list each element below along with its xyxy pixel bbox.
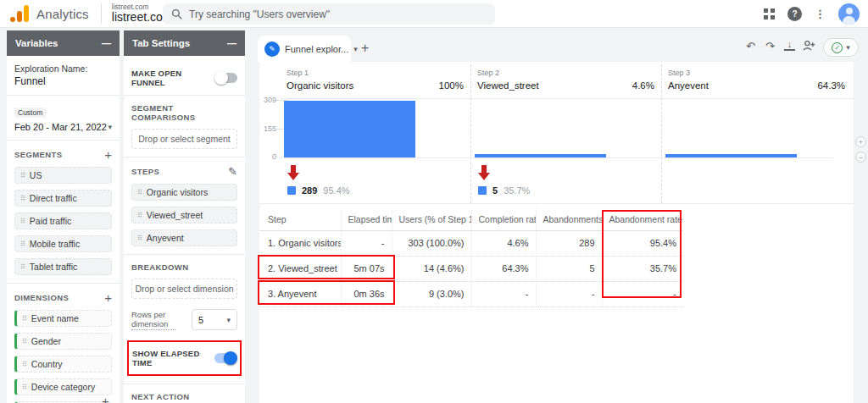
search-input[interactable]	[189, 8, 469, 20]
tab-settings-panel: Tab Settings — MAKE OPEN FUNNEL SEGMENT …	[124, 30, 245, 403]
legend-swatch	[287, 186, 296, 195]
step-item[interactable]: ⠿Organic visitors	[131, 184, 237, 201]
analytics-app: Analytics listreet.com listreet.com ? ⋮ …	[0, 0, 868, 403]
more-options-icon[interactable]: ⋮	[815, 8, 826, 20]
search-bar[interactable]	[163, 3, 495, 25]
drag-handle-icon: ⠿	[137, 189, 142, 196]
funnel-step-header: Step 2 Viewed_street4.6%	[470, 65, 661, 97]
drag-handle-icon: ⠿	[22, 338, 27, 345]
col-completion-rate[interactable]: Completion rate	[471, 208, 536, 230]
avatar[interactable]	[838, 3, 860, 25]
x-axis-line	[280, 157, 833, 158]
step-item[interactable]: ⠿Viewed_street	[131, 207, 237, 224]
y-tick: 155	[259, 124, 276, 133]
dimensions-title: DIMENSIONS	[14, 293, 69, 302]
variables-panel: Variables — Exploration Name: Funnel Cus…	[7, 30, 120, 403]
help-icon[interactable]: ?	[787, 7, 802, 21]
funnel-exploration-canvas: Step 1 Organic visitors100% Step 2 Viewe…	[259, 62, 854, 403]
account-switcher[interactable]: listreet.com listreet.com	[101, 3, 173, 24]
tab-label: Funnel explor...	[285, 44, 348, 54]
col-users[interactable]: Users (% of Step 1)	[392, 208, 471, 230]
add-metric-icon[interactable]: +	[102, 394, 109, 403]
dimension-item[interactable]: ⠿Event name	[14, 310, 112, 327]
segment-item[interactable]: ⠿US	[14, 167, 112, 184]
download-icon[interactable]: ↓	[784, 40, 795, 51]
drag-handle-icon: ⠿	[137, 235, 142, 242]
minimize-icon[interactable]: —	[102, 38, 111, 48]
dimension-item[interactable]: ⠿Gender	[14, 333, 112, 350]
legend-swatch	[478, 186, 487, 195]
status-ok-button[interactable]: ✓ ▾	[823, 38, 859, 57]
show-elapsed-time-label: SHOW ELAPSED TIME	[132, 349, 214, 367]
redo-icon[interactable]: ↷	[765, 40, 775, 52]
segment-item[interactable]: ⠿Tablet traffic	[14, 258, 112, 275]
col-step[interactable]: Step	[259, 208, 341, 230]
zoom-out-button[interactable]: −	[855, 152, 866, 163]
chevron-down-icon: ▾	[846, 43, 850, 52]
table-header-row: Step Elapsed time Users (% of Step 1) Co…	[259, 208, 683, 230]
analytics-logo-icon[interactable]	[10, 5, 29, 22]
rows-per-dimension-label: Rows per dimension	[131, 310, 175, 330]
column-divider	[661, 64, 662, 203]
make-open-funnel-toggle[interactable]	[215, 73, 237, 83]
funnel-step-header: Step 3 Anyevent64.3%	[661, 65, 852, 97]
make-open-funnel-label: MAKE OPEN FUNNEL	[131, 69, 215, 87]
date-range-picker[interactable]: Feb 20 - Mar 21, 2022 ▾	[14, 122, 112, 132]
step-item[interactable]: ⠿Anyevent	[131, 229, 237, 246]
segment-item[interactable]: ⠿Direct traffic	[14, 190, 112, 207]
share-users-icon[interactable]	[802, 40, 815, 51]
chevron-down-icon: ▾	[226, 316, 231, 324]
chevron-down-icon: ▾	[353, 45, 358, 53]
y-tick: 0	[259, 152, 276, 161]
drag-handle-icon: ⠿	[22, 315, 27, 323]
date-custom-badge: Custom	[14, 108, 46, 118]
variables-panel-title: Variables	[15, 38, 58, 48]
logo-dot	[10, 17, 15, 22]
add-dimension-icon[interactable]: +	[104, 291, 112, 304]
chevron-down-icon: ▾	[108, 123, 112, 131]
table-row[interactable]: 3. Anyevent0m 36s9 (3.0%)---	[259, 281, 683, 306]
abandonment-legend: 289 95.4%	[287, 185, 350, 196]
show-elapsed-time-toggle[interactable]	[214, 353, 236, 363]
y-tick: 309	[259, 96, 276, 104]
undo-icon[interactable]: ↶	[746, 40, 755, 52]
drag-handle-icon: ⠿	[20, 218, 25, 225]
col-abandonments[interactable]: Abandonments	[536, 208, 602, 230]
drag-handle-icon: ⠿	[137, 212, 142, 219]
segment-drop-zone[interactable]: Drop or select segment	[131, 129, 237, 149]
app-name: Analytics	[36, 7, 89, 21]
tab-pencil-icon: ✎	[264, 41, 280, 57]
funnel-bar-anyevent[interactable]	[665, 154, 797, 157]
funnel-bar-organic-visitors[interactable]	[284, 101, 415, 157]
segment-item[interactable]: ⠿Paid traffic	[14, 213, 112, 229]
dimension-item[interactable]: ⠿Country	[14, 356, 112, 373]
table-row[interactable]: 1. Organic visitors-303 (100.0%)4.6%2899…	[259, 230, 683, 256]
abandonment-arrow-icon	[478, 165, 490, 180]
col-abandonment-rate[interactable]: Abandonment rate	[602, 208, 683, 230]
minimize-icon[interactable]: —	[227, 38, 236, 48]
edit-steps-icon[interactable]: ✎	[228, 165, 237, 178]
segment-comparisons-title: SEGMENT COMPARISONS	[131, 103, 237, 122]
rows-per-dimension-select[interactable]: 5 ▾	[192, 309, 237, 330]
col-elapsed-time[interactable]: Elapsed time	[341, 208, 392, 230]
exploration-name-value[interactable]: Funnel	[14, 75, 112, 87]
top-bar: Analytics listreet.com listreet.com ? ⋮	[0, 0, 868, 28]
drag-handle-icon: ⠿	[22, 361, 27, 368]
funnel-step-header: Step 1 Organic visitors100%	[280, 65, 470, 97]
segment-item[interactable]: ⠿Mobile traffic	[14, 235, 112, 252]
column-divider	[470, 64, 471, 203]
zoom-in-button[interactable]: +	[855, 136, 866, 147]
table-row[interactable]: 2. Viewed_street5m 07s14 (4.6%)64.3%535.…	[259, 256, 683, 281]
tab-funnel-exploration[interactable]: ✎ Funnel explor... ▾	[258, 36, 351, 62]
abandonment-legend: 5 35.7%	[478, 185, 530, 196]
funnel-table: Step Elapsed time Users (% of Step 1) Co…	[259, 208, 693, 307]
drag-handle-icon: ⠿	[22, 384, 27, 391]
date-range-text: Feb 20 - Mar 21, 2022	[14, 122, 107, 132]
drag-handle-icon: ⠿	[20, 195, 25, 202]
apps-grid-icon[interactable]	[764, 8, 775, 19]
add-segment-icon[interactable]: +	[104, 148, 112, 161]
funnel-bar-viewed-street[interactable]	[475, 154, 606, 157]
breakdown-drop-zone[interactable]: Drop or select dimension	[131, 279, 237, 299]
add-tab-button[interactable]: +	[361, 41, 369, 56]
dimension-item[interactable]: ⠿Device category	[14, 378, 112, 395]
